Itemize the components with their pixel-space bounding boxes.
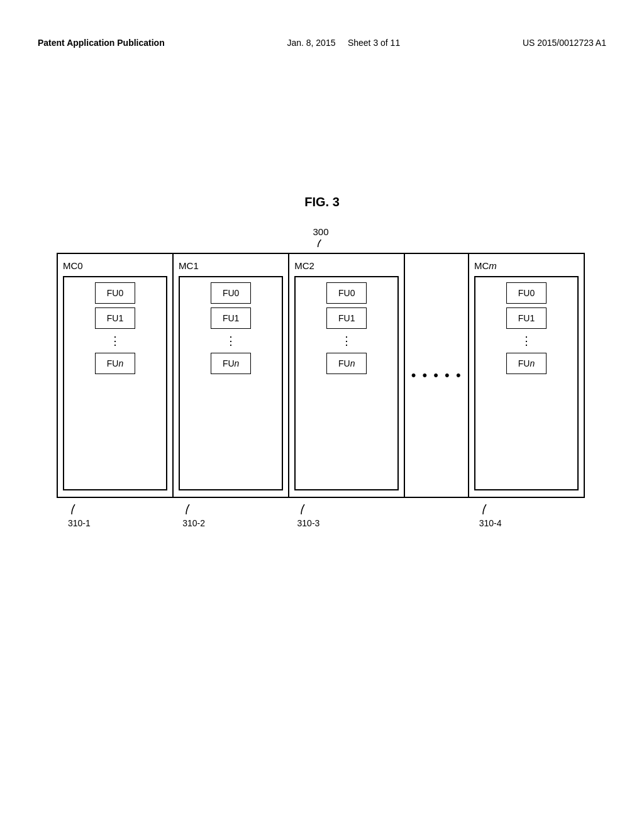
col-ellipsis: • • • • • (405, 254, 468, 497)
header-date: Jan. 8, 2015 (287, 38, 335, 48)
mc-col-2: MC2 FU0 FU1 ⋮ FUn (289, 254, 405, 497)
ref-label-310-1: 310-1 (57, 504, 174, 528)
vdots-col2: ⋮ (341, 335, 352, 346)
fu0-box-col2: FU0 (326, 282, 367, 304)
ref-label-310-4: 310-4 (467, 504, 585, 528)
mc1-inner-box: FU0 FU1 ⋮ FUn (179, 276, 283, 490)
fun-box-colm: FUn (506, 353, 547, 374)
header-right: US 2015/0012723 A1 (523, 38, 606, 48)
ref-label-310-3: 310-3 (289, 504, 403, 528)
ref-text-310-1: 310-1 (68, 518, 91, 528)
fu1-box-col1: FU1 (211, 307, 251, 329)
fu1-box-col2: FU1 (326, 307, 367, 329)
fun-box-col2: FUn (326, 353, 367, 374)
header-left: Patent Application Publication (38, 38, 165, 48)
ref-bracket-310-1-icon (68, 504, 82, 517)
vdots-colm: ⋮ (521, 335, 532, 346)
figure-title: FIG. 3 (304, 195, 340, 209)
ref-bracket-310-3-icon (297, 504, 311, 517)
fu0-box-colm: FU0 (506, 282, 547, 304)
ref-bracket-310-2-icon (182, 504, 196, 517)
mc-col-m: MCm FU0 FU1 ⋮ FUn (468, 254, 584, 497)
page-header: Patent Application Publication Jan. 8, 2… (38, 38, 606, 48)
fu0-box-col0: FU0 (95, 282, 135, 304)
mc-col-1: MC1 FU0 FU1 ⋮ FUn (174, 254, 289, 497)
outer-box: MC0 FU0 FU1 ⋮ FUn MC1 FU0 FU1 ⋮ FUn (57, 253, 585, 498)
mc1-label: MC1 (179, 260, 283, 271)
mc2-inner-box: FU0 FU1 ⋮ FUn (294, 276, 399, 490)
vdots-col1: ⋮ (225, 335, 236, 346)
mc-columns: MC0 FU0 FU1 ⋮ FUn MC1 FU0 FU1 ⋮ FUn (58, 254, 584, 497)
ref-bracket-310-4-icon (479, 504, 493, 517)
vdots-col0: ⋮ (109, 335, 121, 346)
ref-labels-row: 310-1 310-2 310-3 310-4 (57, 504, 585, 528)
mc0-label: MC0 (63, 260, 167, 271)
header-center: Jan. 8, 2015 Sheet 3 of 11 (287, 38, 400, 48)
ref-text-310-3: 310-3 (297, 518, 320, 528)
ref-300-bracket-icon (314, 238, 328, 252)
ref-300-label: 300 (313, 226, 328, 252)
mc2-label: MC2 (294, 260, 399, 271)
mcm-label: MCm (474, 260, 579, 271)
ref-300-text: 300 (313, 226, 328, 237)
ref-label-310-2: 310-2 (174, 504, 288, 528)
mc0-inner-box: FU0 FU1 ⋮ FUn (63, 276, 167, 490)
ref-text-310-4: 310-4 (479, 518, 502, 528)
fun-box-col0: FUn (95, 353, 135, 374)
mcm-inner-box: FU0 FU1 ⋮ FUn (474, 276, 579, 490)
header-sheet: Sheet 3 of 11 (348, 38, 400, 48)
fu0-box-col1: FU0 (211, 282, 251, 304)
ref-label-spacer (403, 504, 467, 528)
fun-box-col1: FUn (211, 353, 251, 374)
fu1-box-colm: FU1 (506, 307, 547, 329)
mc-col-0: MC0 FU0 FU1 ⋮ FUn (58, 254, 174, 497)
ref-text-310-2: 310-2 (182, 518, 205, 528)
fu1-box-col0: FU1 (95, 307, 135, 329)
